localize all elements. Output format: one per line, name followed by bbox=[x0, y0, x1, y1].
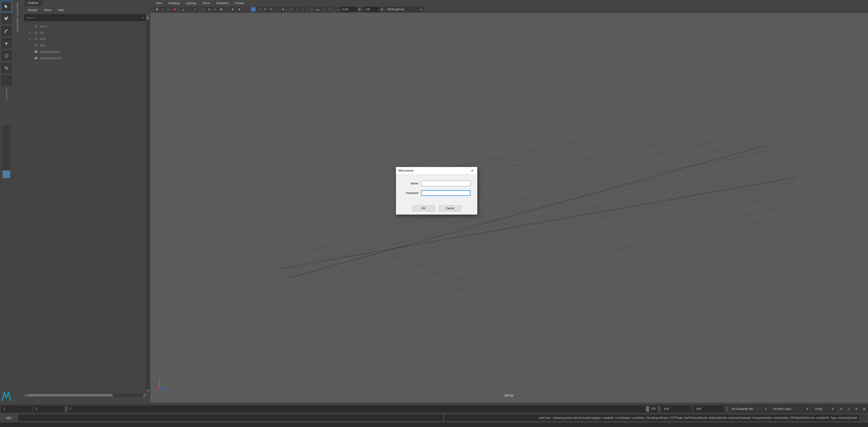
outliner-item-defaultlightset[interactable]: defaultLightSet bbox=[24, 49, 145, 55]
vp-menu-lighting[interactable]: Lighting bbox=[183, 1, 199, 5]
fps-combo[interactable]: 24 fps▾ bbox=[813, 406, 836, 412]
expand-icon[interactable]: ▸ bbox=[29, 38, 32, 40]
playback-opt2[interactable]: ⟳ bbox=[853, 406, 860, 412]
layout-four[interactable] bbox=[2, 135, 10, 143]
range-left-handle[interactable] bbox=[65, 406, 68, 412]
password-field[interactable] bbox=[421, 190, 470, 196]
outliner-vscroll[interactable]: ▲ ▼ bbox=[146, 15, 150, 392]
tool-move[interactable] bbox=[1, 38, 11, 49]
tool-select[interactable] bbox=[1, 1, 11, 11]
autokey-toggle[interactable]: ⟲ bbox=[837, 406, 844, 412]
playback-opt1[interactable]: | bbox=[845, 406, 852, 412]
tool-paint[interactable] bbox=[1, 26, 11, 36]
vpbtn-points[interactable]: ⁘ bbox=[274, 7, 280, 12]
range-start-field[interactable]: 1 bbox=[1, 406, 31, 412]
outliner-menu-display[interactable]: Display bbox=[25, 7, 41, 13]
outliner-menu-show[interactable]: Show bbox=[41, 7, 55, 13]
script-editor-button[interactable] bbox=[860, 415, 867, 421]
outliner-item-top[interactable]: ▸top bbox=[24, 29, 145, 36]
outliner-tab[interactable]: Outliner bbox=[25, 0, 42, 6]
tool-rotate[interactable] bbox=[1, 51, 11, 61]
character-set-combo[interactable]: No Character Set▾ bbox=[730, 406, 769, 412]
vpbtn-cm-icon[interactable]: ◑ bbox=[379, 7, 384, 12]
vpbtn-poly[interactable]: ◆ bbox=[280, 7, 286, 12]
anim-layer-combo[interactable]: No Anim Layer▾ bbox=[771, 406, 810, 412]
tool-scale[interactable] bbox=[1, 63, 11, 73]
command-input[interactable] bbox=[18, 415, 443, 421]
vp-menu-show[interactable]: Show bbox=[199, 1, 213, 5]
playback-start-field[interactable]: 1 bbox=[34, 406, 63, 412]
outliner-menu-help[interactable]: Help bbox=[55, 7, 67, 13]
script-language-label[interactable]: MEL bbox=[0, 416, 18, 420]
layout-custom1[interactable] bbox=[2, 161, 10, 170]
close-icon[interactable]: ✕ bbox=[469, 168, 475, 173]
layout-two-v[interactable] bbox=[2, 152, 10, 161]
expand-icon[interactable]: ▸ bbox=[29, 25, 32, 27]
scroll-right-icon[interactable]: ▶ bbox=[143, 393, 146, 397]
vpbtn-grease[interactable]: ✎ bbox=[192, 7, 198, 12]
vpbtn-shade-ao[interactable]: ◑ bbox=[236, 7, 242, 12]
vpbtn-isolate[interactable]: ⬚ bbox=[245, 7, 250, 12]
scroll-thumb[interactable] bbox=[27, 394, 113, 397]
vpbtn-film-gate[interactable]: ▯ bbox=[321, 7, 327, 12]
name-field[interactable] bbox=[421, 181, 470, 186]
vpbtn-select-cam[interactable]: ▣ bbox=[154, 7, 159, 12]
exposure-input[interactable]: 0.00 bbox=[341, 7, 357, 12]
gamma-input[interactable]: 1.00 bbox=[363, 7, 379, 12]
scroll-up-icon[interactable]: ▲ bbox=[146, 15, 150, 17]
time-track-head[interactable] bbox=[646, 406, 649, 412]
vpbtn-exposure-icon[interactable]: ☼ bbox=[335, 7, 341, 12]
vpbtn-bookmark[interactable]: 🔖 bbox=[172, 7, 177, 12]
outliner-hscroll[interactable]: ◀ ▶ bbox=[24, 393, 146, 397]
vpbtn-lighting3[interactable]: ○ bbox=[301, 7, 306, 12]
range-end-field[interactable]: 200 bbox=[694, 406, 724, 412]
vpbtn-img-plane[interactable]: ▲ bbox=[180, 7, 186, 12]
vpbtn-lighting1[interactable]: ☀ bbox=[289, 7, 294, 12]
vpbtn-xray-c[interactable]: ❖ bbox=[262, 7, 268, 12]
viewport-canvas[interactable]: Y Z X persp bbox=[150, 13, 868, 398]
cancel-button[interactable]: Cancel bbox=[439, 205, 461, 211]
expand-icon[interactable]: ▸ bbox=[29, 44, 32, 47]
ok-button[interactable]: OK bbox=[412, 205, 434, 211]
vpbtn-lock-cam[interactable]: 🎥 bbox=[160, 7, 165, 12]
colorspace-combo[interactable]: sRGB gamma ▾ bbox=[385, 7, 424, 12]
outliner-item-persp[interactable]: ▸persp bbox=[24, 23, 145, 29]
outliner-search[interactable]: Search... ▼ bbox=[24, 14, 146, 21]
outliner-item-side[interactable]: ▸side bbox=[24, 42, 145, 49]
outliner-item-defaultobjectset[interactable]: defaultObjectSet bbox=[24, 55, 145, 61]
vp-menu-renderer[interactable]: Renderer bbox=[213, 1, 232, 5]
playback-end-field[interactable]: 120 bbox=[662, 406, 691, 412]
vpbtn-xray-j[interactable]: ✦ bbox=[256, 7, 262, 12]
vpbtn-shade-wire[interactable]: ▢ bbox=[200, 7, 206, 12]
vpbtn-gate-mask[interactable]: ▬ bbox=[315, 7, 320, 12]
anim-prefs[interactable]: ⚙ bbox=[861, 406, 868, 412]
vpbtn-res-gate[interactable]: ▭ bbox=[309, 7, 314, 12]
vpbtn-shade-wos[interactable]: ◎ bbox=[213, 7, 218, 12]
vpbtn-2d-pan[interactable]: ↔ bbox=[186, 7, 192, 12]
scroll-left-icon[interactable]: ◀ bbox=[24, 393, 27, 397]
vpbtn-shade-smooth[interactable]: ◍ bbox=[207, 7, 212, 12]
vp-menu-panels[interactable]: Panels bbox=[232, 1, 247, 5]
layout-two-h[interactable] bbox=[2, 143, 10, 152]
vpbtn-wire[interactable]: ✲ bbox=[269, 7, 274, 12]
vpbtn-lighting2[interactable]: ☼ bbox=[294, 7, 300, 12]
layout-outliner-persp[interactable] bbox=[2, 170, 10, 178]
vpbtn-gamma-icon[interactable]: ◐ bbox=[357, 7, 363, 12]
scroll-thumb[interactable] bbox=[146, 17, 149, 20]
vpbtn-shade-light[interactable]: ☼ bbox=[224, 7, 230, 12]
dialog-titlebar[interactable]: WinLicense ✕ bbox=[396, 167, 477, 174]
time-track[interactable]: 1 120 bbox=[68, 406, 657, 412]
tool-lasso[interactable] bbox=[1, 14, 11, 24]
vp-menu-view[interactable]: View bbox=[152, 1, 165, 5]
scroll-down-icon[interactable]: ▼ bbox=[146, 389, 150, 392]
vpbtn-safe[interactable]: ▢ bbox=[327, 7, 332, 12]
tool-blank[interactable] bbox=[1, 76, 11, 85]
vpbtn-cam-attr[interactable]: 🎥 bbox=[166, 7, 172, 12]
layout-single[interactable] bbox=[2, 126, 10, 134]
vpbtn-xray[interactable]: ✧ bbox=[251, 7, 256, 12]
vpbtn-shade-tex[interactable]: ▦ bbox=[218, 7, 224, 12]
outliner-item-front[interactable]: ▸front bbox=[24, 36, 145, 42]
expand-icon[interactable]: ▸ bbox=[29, 31, 32, 34]
vp-menu-shading[interactable]: Shading bbox=[165, 1, 183, 5]
range-right-handle[interactable] bbox=[657, 406, 660, 412]
